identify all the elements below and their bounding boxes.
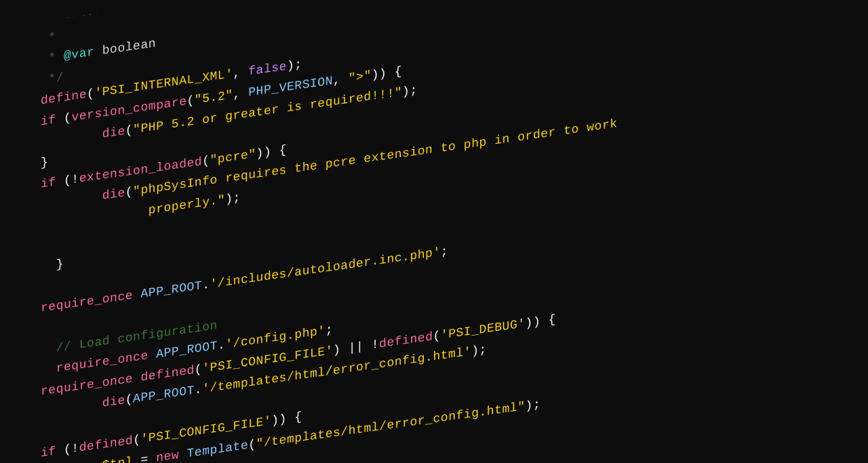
- code-content: * exter... * * @var boolean */ define('P…: [0, 0, 868, 463]
- code-pre: * exter... * * @var boolean */ define('P…: [41, 0, 854, 463]
- code-editor: * exter... * * @var boolean */ define('P…: [0, 0, 868, 463]
